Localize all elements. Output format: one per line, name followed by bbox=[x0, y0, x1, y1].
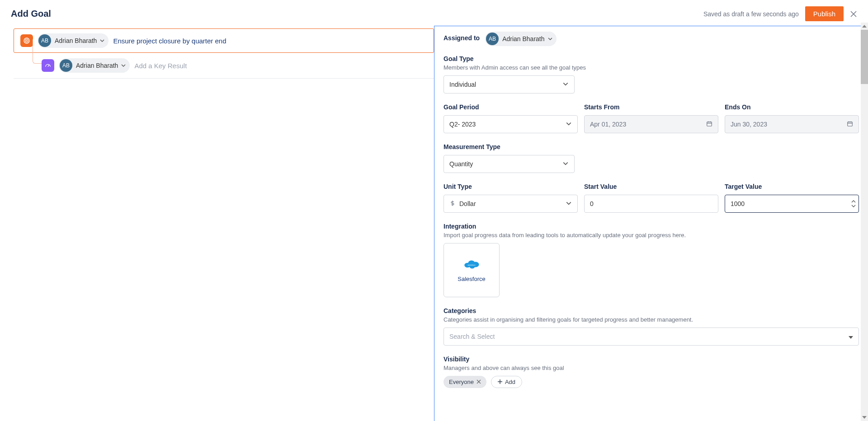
goal-period-select[interactable]: Q2- 2023 bbox=[443, 115, 578, 133]
select-value: Quantity bbox=[449, 160, 473, 168]
chevron-down-icon bbox=[566, 200, 572, 208]
visibility-label: Visibility bbox=[443, 356, 859, 363]
chevron-down-icon bbox=[547, 36, 553, 42]
measurement-type-select[interactable]: Quantity bbox=[443, 155, 575, 173]
unit-type-select[interactable]: Dollar bbox=[443, 195, 578, 213]
starts-from-field: Apr 01, 2023 bbox=[584, 115, 718, 133]
chevron-down-icon bbox=[562, 160, 569, 168]
target-value-input[interactable] bbox=[725, 195, 859, 213]
key-result-row[interactable]: AB Adrian Bharath bbox=[14, 53, 434, 79]
starts-from-label: Starts From bbox=[584, 103, 718, 111]
salesforce-integration-card[interactable]: salesforce Salesforce bbox=[443, 243, 500, 297]
owner-name: Adrian Bharath bbox=[73, 62, 120, 69]
goal-type-desc: Members with Admin access can see all th… bbox=[443, 64, 859, 71]
scrollbar[interactable] bbox=[861, 23, 868, 421]
categories-placeholder: Search & Select bbox=[449, 333, 495, 340]
close-icon[interactable] bbox=[850, 10, 857, 18]
visibility-desc: Managers and above can always see this g… bbox=[443, 365, 859, 371]
stepper-up-icon[interactable] bbox=[851, 200, 856, 203]
left-panel: AB Adrian Bharath AB Adrian Bharath bbox=[0, 26, 434, 421]
chevron-down-icon bbox=[566, 121, 572, 128]
stepper-down-icon[interactable] bbox=[851, 204, 856, 208]
avatar: AB bbox=[60, 59, 72, 72]
tree-connector bbox=[33, 39, 42, 64]
right-panel: Assigned to AB Adrian Bharath Goal Type … bbox=[434, 26, 868, 421]
svg-line-3 bbox=[48, 65, 49, 67]
svg-text:salesforce: salesforce bbox=[467, 264, 475, 266]
ends-on-field: Jun 30, 2023 bbox=[725, 115, 859, 133]
number-stepper[interactable] bbox=[851, 200, 856, 208]
gauge-icon bbox=[42, 59, 54, 72]
remove-chip-icon[interactable] bbox=[476, 379, 481, 385]
add-visibility-button[interactable]: Add bbox=[491, 376, 522, 388]
categories-select[interactable]: Search & Select bbox=[443, 327, 859, 346]
page-title: Add Goal bbox=[11, 9, 51, 19]
select-value: Q2- 2023 bbox=[449, 121, 476, 128]
goal-type-select[interactable]: Individual bbox=[443, 75, 575, 94]
select-value: Dollar bbox=[459, 200, 476, 207]
kr-owner-chip[interactable]: AB Adrian Bharath bbox=[59, 58, 130, 73]
goal-title-input[interactable] bbox=[113, 37, 427, 45]
categories-desc: Categories assist in organising and filt… bbox=[443, 316, 859, 323]
start-value-label: Start Value bbox=[584, 183, 718, 190]
categories-label: Categories bbox=[443, 307, 859, 314]
svg-rect-4 bbox=[707, 122, 712, 126]
salesforce-icon: salesforce bbox=[463, 258, 480, 269]
select-value: Individual bbox=[449, 81, 476, 88]
scroll-up-icon[interactable] bbox=[861, 23, 868, 30]
start-value-input[interactable] bbox=[584, 195, 718, 213]
assigned-owner-chip[interactable]: AB Adrian Bharath bbox=[485, 32, 556, 46]
target-value-label: Target Value bbox=[725, 183, 859, 190]
visibility-everyone-chip[interactable]: Everyone bbox=[443, 376, 486, 388]
integration-desc: Import goal progress data from leading t… bbox=[443, 232, 859, 239]
date-value: Jun 30, 2023 bbox=[731, 121, 767, 128]
publish-button[interactable]: Publish bbox=[805, 6, 844, 21]
svg-rect-8 bbox=[848, 122, 853, 126]
dropdown-icon bbox=[849, 333, 853, 340]
integration-name: Salesforce bbox=[458, 276, 485, 282]
avatar: AB bbox=[486, 33, 499, 45]
key-result-input[interactable] bbox=[134, 62, 428, 70]
goal-period-label: Goal Period bbox=[443, 103, 578, 111]
chevron-down-icon bbox=[562, 81, 569, 89]
owner-name: Adrian Bharath bbox=[500, 35, 546, 42]
owner-name: Adrian Bharath bbox=[52, 37, 99, 44]
date-value: Apr 01, 2023 bbox=[590, 121, 626, 128]
saved-as-draft-text: Saved as draft a few seconds ago bbox=[703, 10, 799, 18]
scroll-thumb[interactable] bbox=[861, 30, 868, 84]
dollar-icon bbox=[449, 200, 456, 208]
goal-type-label: Goal Type bbox=[443, 55, 859, 62]
plus-icon bbox=[498, 379, 502, 385]
chip-label: Everyone bbox=[449, 379, 474, 385]
goal-row[interactable]: AB Adrian Bharath bbox=[14, 28, 434, 53]
scroll-down-icon[interactable] bbox=[861, 414, 868, 421]
add-label: Add bbox=[505, 379, 515, 385]
target-icon bbox=[20, 34, 33, 47]
measurement-type-label: Measurement Type bbox=[443, 143, 859, 150]
assigned-to-label: Assigned to bbox=[443, 34, 480, 42]
goal-owner-chip[interactable]: AB Adrian Bharath bbox=[38, 33, 108, 48]
svg-point-2 bbox=[26, 40, 27, 41]
ends-on-label: Ends On bbox=[725, 103, 859, 111]
calendar-icon bbox=[706, 121, 712, 128]
chevron-down-icon bbox=[121, 63, 126, 68]
calendar-icon bbox=[847, 121, 853, 128]
unit-type-label: Unit Type bbox=[443, 183, 578, 190]
chevron-down-icon bbox=[99, 38, 105, 43]
header: Add Goal Saved as draft a few seconds ag… bbox=[0, 0, 868, 26]
integration-label: Integration bbox=[443, 223, 859, 230]
